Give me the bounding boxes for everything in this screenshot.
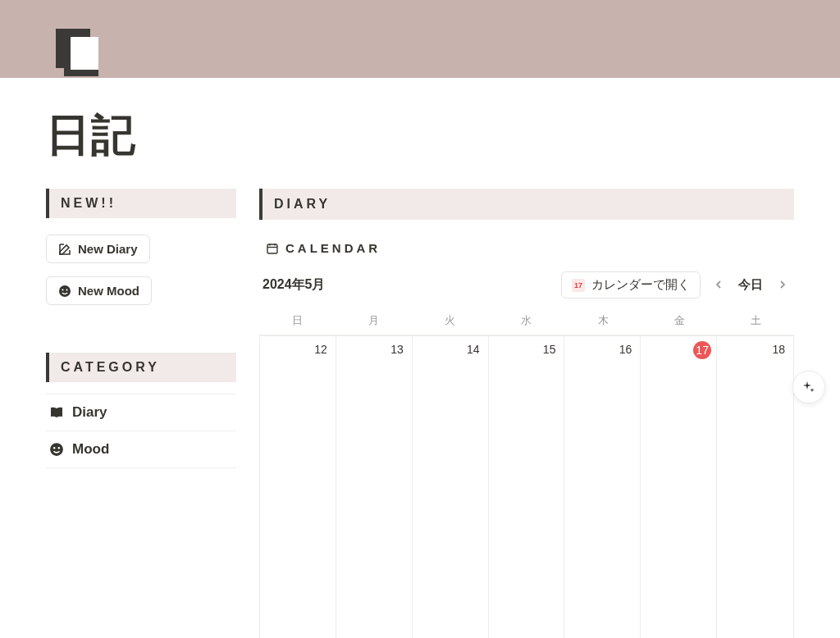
calendar-day-cell[interactable]: 15 — [489, 335, 565, 638]
page-title: 日記 — [46, 78, 794, 189]
category-diary-label: Diary — [72, 404, 107, 421]
svg-point-8 — [53, 447, 55, 449]
svg-point-6 — [66, 289, 67, 290]
today-button[interactable]: 今日 — [737, 276, 765, 294]
svg-point-7 — [50, 443, 63, 456]
calendar-day-cell[interactable]: 16 — [564, 335, 641, 638]
weekday-sun: 日 — [259, 307, 336, 335]
chevron-right-icon — [778, 280, 788, 289]
section-new-label: NEW!! — [61, 196, 116, 210]
section-diary-label: DIARY — [274, 197, 331, 211]
calendar-tab-label: CALENDAR — [285, 241, 381, 255]
ai-fab-button[interactable] — [792, 371, 825, 403]
new-mood-button[interactable]: New Mood — [46, 276, 152, 305]
calendar-day-cell[interactable]: 12 — [260, 335, 336, 638]
section-category-label: CATEGORY — [61, 360, 160, 374]
calendar-week-row: 12131415161718 — [260, 335, 793, 638]
svg-point-5 — [62, 289, 63, 290]
calendar-badge-icon: 17 — [572, 279, 585, 292]
chevron-left-icon — [714, 280, 724, 289]
weekday-tue: 火 — [412, 307, 488, 335]
new-diary-label: New Diary — [78, 242, 138, 256]
calendar-day-cell[interactable]: 18 — [717, 335, 793, 638]
new-diary-button[interactable]: New Diary — [46, 235, 150, 263]
book-open-icon — [49, 405, 64, 420]
weekday-wed: 水 — [488, 307, 564, 335]
calendar-day-cell[interactable]: 13 — [336, 335, 413, 638]
category-mood-label: Mood — [72, 441, 109, 458]
weekday-mon: 月 — [336, 307, 412, 335]
svg-rect-3 — [64, 70, 98, 76]
svg-point-9 — [58, 447, 60, 449]
calendar-month-label: 2024年5月 — [262, 276, 326, 294]
day-number: 12 — [314, 343, 327, 356]
svg-point-4 — [59, 285, 71, 297]
weekday-thu: 木 — [565, 307, 641, 335]
day-number: 16 — [619, 343, 632, 356]
smiley-icon — [49, 442, 64, 457]
edit-icon — [58, 243, 71, 256]
weekday-header-row: 日 月 火 水 木 金 土 — [259, 307, 794, 335]
open-calendar-label: カレンダーで開く — [591, 277, 690, 293]
calendar-grid: 12131415161718 — [259, 335, 794, 638]
section-diary-header: DIARY — [259, 189, 794, 220]
header-banner — [0, 0, 840, 78]
notebook-icon — [51, 27, 102, 78]
day-number: 14 — [467, 343, 480, 356]
weekday-fri: 金 — [641, 307, 718, 335]
calendar-tab[interactable]: CALENDAR — [259, 236, 794, 260]
new-mood-label: New Mood — [78, 284, 139, 298]
day-number: 18 — [772, 343, 785, 356]
sparkle-icon — [801, 380, 816, 394]
smiley-icon — [58, 285, 71, 298]
day-number: 13 — [390, 343, 404, 356]
section-category-header: CATEGORY — [46, 353, 236, 382]
page-icon — [51, 27, 102, 78]
calendar-day-cell[interactable]: 14 — [413, 335, 489, 638]
calendar-icon — [266, 242, 279, 255]
open-calendar-button[interactable]: 17 カレンダーで開く — [561, 271, 701, 298]
weekday-sat: 土 — [718, 307, 794, 335]
day-number: 17 — [693, 341, 711, 359]
next-button[interactable] — [774, 276, 791, 294]
category-item-mood[interactable]: Mood — [46, 431, 236, 468]
prev-button[interactable] — [710, 276, 727, 294]
day-number: 15 — [543, 343, 556, 356]
calendar-day-cell[interactable]: 17 — [641, 335, 717, 638]
section-new-header: NEW!! — [46, 189, 236, 218]
category-item-diary[interactable]: Diary — [46, 394, 236, 431]
svg-rect-10 — [267, 244, 277, 253]
